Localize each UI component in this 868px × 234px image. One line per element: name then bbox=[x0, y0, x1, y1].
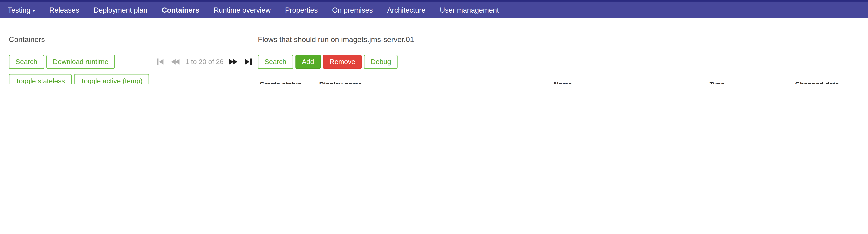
add-button[interactable]: Add bbox=[295, 55, 320, 69]
nav-item-on-premises[interactable]: On premises bbox=[325, 2, 380, 18]
nav-item-deployment-plan[interactable]: Deployment plan bbox=[86, 2, 155, 18]
nav-item-runtime-overview[interactable]: Runtime overview bbox=[207, 2, 278, 18]
column-header-flow-name[interactable]: Name bbox=[554, 80, 709, 84]
pagination-range-label: 1 to 20 of 26 bbox=[185, 58, 224, 66]
remove-button[interactable]: Remove bbox=[323, 55, 362, 69]
dropdown-caret-icon: ▾ bbox=[33, 8, 35, 13]
debug-button[interactable]: Debug bbox=[364, 55, 398, 69]
nav-item-architecture[interactable]: Architecture bbox=[380, 2, 433, 18]
column-header-display-name[interactable]: Display name bbox=[319, 80, 554, 84]
pagination: 1 to 20 of 26 bbox=[157, 58, 252, 66]
column-header-changed-date[interactable]: Changed date bbox=[795, 80, 865, 84]
nav-item-properties[interactable]: Properties bbox=[278, 2, 325, 18]
flows-toolbar: Search Add Remove Debug bbox=[258, 55, 865, 69]
nav-item-user-management[interactable]: User management bbox=[433, 2, 506, 18]
containers-toolbar-row-1: Search Download runtime 1 to 20 of 26 bbox=[9, 55, 255, 69]
search-button[interactable]: Search bbox=[9, 55, 44, 69]
previous-page-icon[interactable] bbox=[172, 59, 180, 64]
flows-panel-title: Flows that should run on imagets.jms-ser… bbox=[258, 35, 865, 44]
first-page-icon[interactable] bbox=[157, 59, 164, 65]
nav-item-containers[interactable]: Containers bbox=[155, 2, 207, 18]
app-window: Testing ▾ Releases Deployment plan Conta… bbox=[0, 0, 868, 84]
column-header-type[interactable]: Type bbox=[710, 80, 795, 84]
containers-panel: Containers Search Download runtime 1 to … bbox=[0, 18, 255, 84]
top-nav: Testing ▾ Releases Deployment plan Conta… bbox=[0, 0, 868, 18]
next-page-icon[interactable] bbox=[229, 59, 238, 64]
flows-table-header: Create status Display name Name Type Cha… bbox=[258, 78, 865, 84]
containers-toolbar-row-2: Toggle stateless Toggle active (temp) bbox=[9, 74, 255, 84]
last-page-icon[interactable] bbox=[245, 59, 252, 65]
toggle-active-temp-button[interactable]: Toggle active (temp) bbox=[74, 74, 149, 84]
flows-panel: Flows that should run on imagets.jms-ser… bbox=[258, 18, 865, 84]
column-header-create-status[interactable]: Create status bbox=[258, 80, 319, 84]
flows-search-button[interactable]: Search bbox=[258, 55, 293, 69]
nav-item-testing[interactable]: Testing ▾ bbox=[0, 2, 42, 18]
containers-panel-title: Containers bbox=[9, 35, 255, 44]
toggle-stateless-button[interactable]: Toggle stateless bbox=[9, 74, 72, 84]
download-runtime-button[interactable]: Download runtime bbox=[46, 55, 115, 69]
flows-table: Create status Display name Name Type Cha… bbox=[258, 78, 865, 84]
nav-item-releases[interactable]: Releases bbox=[42, 2, 86, 18]
nav-item-label: Testing bbox=[8, 6, 30, 14]
